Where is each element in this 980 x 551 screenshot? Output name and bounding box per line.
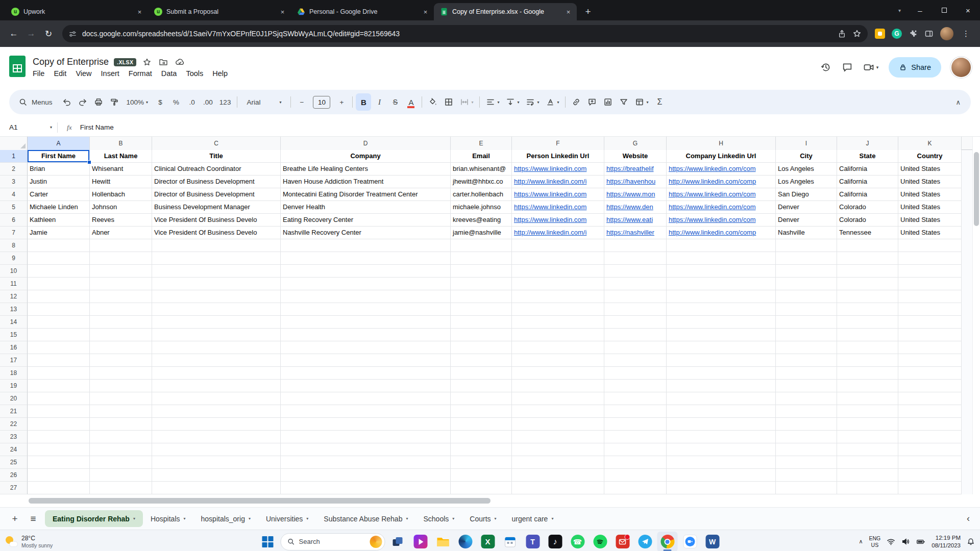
menu-format[interactable]: Format [124,68,157,79]
row-header-25[interactable]: 25 [0,456,28,469]
italic-button[interactable]: I [372,93,387,111]
volume-icon[interactable] [901,537,910,546]
name-box-caret-icon[interactable]: ▾ [50,125,52,130]
cell-D2[interactable]: Breathe Life Healing Centers [281,163,451,176]
menu-data[interactable]: Data [157,68,182,79]
cell-A12[interactable] [28,290,90,303]
cell-D15[interactable] [281,329,451,341]
telegram-app[interactable] [635,532,655,551]
cell-K3[interactable]: United States [898,176,962,188]
cell-I27[interactable] [776,482,837,494]
text-wrap-button[interactable]: ▾ [523,93,542,111]
language-indicator[interactable]: ENG US [869,535,881,547]
cell-K5[interactable]: United States [898,201,962,214]
insert-link-button[interactable] [569,93,584,111]
cell-I20[interactable] [776,392,837,405]
cell-D16[interactable] [281,341,451,354]
whatsapp-app[interactable]: ☎ [568,532,588,551]
cell-C19[interactable] [152,380,281,392]
cell-E19[interactable] [451,380,512,392]
cell-B25[interactable] [90,456,152,469]
cell-F20[interactable] [512,392,604,405]
cell-K16[interactable] [898,341,962,354]
cell-G3[interactable]: https://havenhou [604,176,667,188]
cell-B10[interactable] [90,265,152,278]
cell-E14[interactable] [451,316,512,329]
fill-handle[interactable] [87,160,91,164]
cell-G16[interactable] [604,341,667,354]
font-select[interactable]: Arial▾ [241,93,286,111]
cell-A25[interactable] [28,456,90,469]
horizontal-scrollbar[interactable] [0,494,980,507]
start-button[interactable] [258,532,278,551]
cell-I2[interactable]: Los Angeles [776,163,837,176]
sheet-tab-2[interactable]: Hospitals▾ [143,510,193,528]
cell-K4[interactable]: United States [898,188,962,201]
row-header-24[interactable]: 24 [0,443,28,456]
cell-C8[interactable] [152,239,281,252]
text-color-button[interactable]: A [403,93,419,111]
edge-app[interactable] [455,532,476,551]
cell-F6[interactable]: https://www.linkedin.com [512,214,604,227]
forward-button[interactable]: → [22,25,40,42]
insert-comment-button[interactable] [584,93,600,111]
document-title[interactable]: Copy of Enterprise [33,57,109,67]
cell-E25[interactable] [451,456,512,469]
cell-E15[interactable] [451,329,512,341]
cell-G21[interactable] [604,405,667,418]
cell-C17[interactable] [152,354,281,367]
column-header-K[interactable]: K [898,137,962,150]
cell-C20[interactable] [152,392,281,405]
cell-F27[interactable] [512,482,604,494]
cell-K15[interactable] [898,329,962,341]
cell-H21[interactable] [667,405,776,418]
browser-menu-kebab-icon[interactable]: ⋮ [960,29,972,38]
borders-button[interactable] [441,93,456,111]
cell-B17[interactable] [90,354,152,367]
cell-D18[interactable] [281,367,451,380]
cell-K12[interactable] [898,290,962,303]
cell-C6[interactable]: Vice President Of Business Develo [152,214,281,227]
sheet-tab-7[interactable]: Courts▾ [462,510,504,528]
tiktok-app[interactable]: ♪ [545,532,566,551]
cell-J4[interactable]: California [837,188,898,201]
sheet-tab-caret-icon[interactable]: ▾ [551,516,553,521]
sheet-tab-8[interactable]: urgent care▾ [504,510,561,528]
cell-C22[interactable] [152,418,281,431]
print-button[interactable] [91,93,106,111]
cell-A19[interactable] [28,380,90,392]
cell-B18[interactable] [90,367,152,380]
merge-cells-button[interactable]: ▾ [457,93,476,111]
cell-J1[interactable]: State [837,150,898,163]
cell-I19[interactable] [776,380,837,392]
zoom-app[interactable] [680,532,700,551]
cell-C7[interactable]: Vice President Of Business Develo [152,227,281,239]
cell-F21[interactable] [512,405,604,418]
cell-K24[interactable] [898,443,962,456]
cell-D19[interactable] [281,380,451,392]
insert-chart-button[interactable] [600,93,616,111]
cell-H13[interactable] [667,303,776,316]
sheet-tab-caret-icon[interactable]: ▾ [495,516,497,521]
tab-close-icon[interactable]: × [421,8,430,16]
cell-I5[interactable]: Denver [776,201,837,214]
sheet-tab-6[interactable]: Schools▾ [415,510,462,528]
cell-I8[interactable] [776,239,837,252]
minimize-button[interactable]: – [908,0,932,20]
cell-J15[interactable] [837,329,898,341]
cell-G25[interactable] [604,456,667,469]
cell-B3[interactable]: Hewitt [90,176,152,188]
cell-C14[interactable] [152,316,281,329]
paint-format-button[interactable] [107,93,122,111]
cell-A6[interactable]: Kathleen [28,214,90,227]
cell-D13[interactable] [281,303,451,316]
calendar-app[interactable] [500,532,521,551]
sheet-tab-caret-icon[interactable]: ▾ [406,516,408,521]
cell-J2[interactable]: California [837,163,898,176]
vertical-scrollbar[interactable] [972,137,980,494]
share-button[interactable]: Share [889,57,941,78]
cell-E11[interactable] [451,278,512,290]
weather-widget[interactable]: 28°C Mostly sunny [5,535,53,548]
cell-A27[interactable] [28,482,90,494]
cell-I18[interactable] [776,367,837,380]
